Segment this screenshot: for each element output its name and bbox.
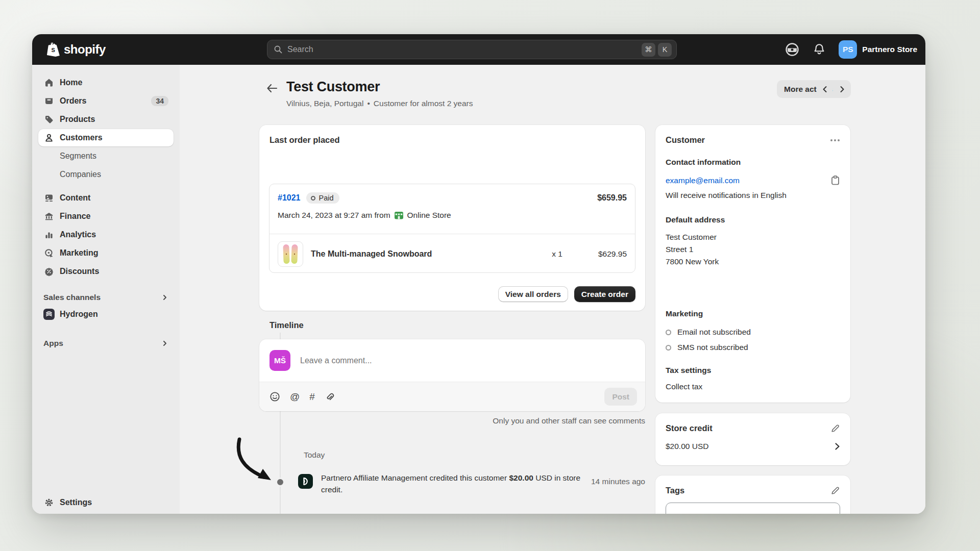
sidebar-item-customers[interactable]: Customers [38, 129, 174, 146]
back-button[interactable] [266, 83, 278, 94]
create-order-button[interactable]: Create order [574, 286, 635, 302]
sidebar-item-orders[interactable]: Orders 34 [38, 92, 174, 110]
global-search-input[interactable]: Search ⌘ K [267, 40, 677, 59]
sidebar-item-settings[interactable]: Settings [38, 494, 174, 511]
timeline-event-dot [276, 478, 285, 487]
view-all-orders-button[interactable]: View all orders [498, 286, 568, 302]
orders-icon [43, 96, 55, 106]
store-menu[interactable]: PS Partnero Store [839, 40, 917, 59]
notifications-bell-icon[interactable] [813, 43, 825, 56]
shopify-logo[interactable]: S shopify [32, 42, 106, 57]
timeline-event-text: Partnero Affiliate Management credited t… [321, 472, 589, 495]
customer-pagination [817, 80, 925, 98]
store-credit-amount: $20.00 USD [666, 442, 708, 451]
sidebar-item-segments[interactable]: Segments [38, 147, 174, 165]
status-label: SMS not subscribed [677, 343, 748, 352]
sidebar-item-products[interactable]: Products [38, 111, 174, 128]
tags-input[interactable] [666, 503, 840, 514]
chevron-right-icon [161, 294, 168, 301]
tags-card: Tags [655, 475, 850, 514]
sidebar-item-label: Segments [60, 152, 96, 161]
orders-count-badge: 34 [151, 96, 168, 106]
order-total: $659.95 [597, 193, 627, 203]
customer-email-link[interactable]: example@email.com [666, 176, 740, 185]
topbar-right-cluster: PS Partnero Store [785, 40, 925, 59]
comment-card: MŠ Leave a comment... @ # Post [259, 339, 645, 411]
user-avatar: MŠ [270, 350, 290, 371]
gear-icon [43, 497, 55, 508]
product-quantity: x 1 [552, 249, 562, 259]
store-credit-title: Store credit [666, 423, 713, 433]
sidebar-item-label: Discounts [60, 267, 99, 276]
sidebar-item-label: Settings [60, 498, 92, 507]
mention-icon[interactable]: @ [290, 391, 300, 403]
store-credit-card: Store credit $20.00 USD [655, 413, 850, 465]
sidebar-item-home[interactable]: Home [38, 74, 174, 91]
sidekick-face-icon[interactable] [785, 42, 800, 57]
comment-input[interactable]: Leave a comment... [300, 356, 635, 365]
store-name: Partnero Store [862, 45, 917, 54]
sidebar-item-label: Finance [60, 212, 90, 221]
online-store-icon [394, 210, 404, 220]
next-customer-button[interactable] [834, 80, 850, 98]
sidebar-item-hydrogen[interactable]: Hydrogen [38, 306, 174, 323]
chevron-right-icon [161, 340, 168, 347]
emoji-icon[interactable] [270, 391, 280, 402]
copy-clipboard-icon[interactable] [830, 175, 840, 186]
sidebar-item-label: Content [60, 193, 90, 203]
comment-toolbar: @ # Post [259, 382, 645, 411]
order-number-link[interactable]: #1021 [278, 193, 301, 203]
tax-settings-value: Collect tax [666, 382, 840, 391]
status-label: Email not subscribed [677, 328, 751, 337]
customer-card: Customer Contact information example@ema… [655, 125, 850, 403]
hashtag-icon[interactable]: # [309, 391, 315, 403]
bank-icon [43, 211, 55, 221]
sidebar-item-label: Customers [60, 133, 103, 142]
event-text-before: Partnero Affiliate Management credited t… [321, 473, 509, 482]
more-options-icon[interactable] [830, 139, 840, 142]
sidebar-item-label: Marketing [60, 248, 99, 258]
edit-pencil-icon[interactable] [830, 486, 840, 495]
sidebar-item-label: Hydrogen [60, 310, 98, 319]
sales-channels-header[interactable]: Sales channels [38, 289, 174, 306]
attachment-icon[interactable] [325, 392, 335, 402]
person-icon [43, 133, 55, 143]
contact-information-heading: Contact information [666, 158, 840, 167]
discount-icon [43, 266, 55, 277]
store-credit-row[interactable]: $20.00 USD [666, 442, 840, 451]
payment-status-label: Paid [319, 194, 334, 202]
comment-visibility-note: Only you and other staff can see comment… [259, 416, 645, 425]
order-summary-box: #1021 Paid $659.95 March 24, 2023 at 9:2… [269, 184, 635, 273]
previous-customer-button[interactable] [817, 80, 832, 98]
product-name: The Multi-managed Snowboard [311, 249, 432, 259]
address-line: 7800 New York [666, 256, 840, 268]
customer-tenure: Customer for almost 2 years [374, 99, 473, 108]
post-comment-button[interactable]: Post [604, 388, 637, 406]
media-icon [43, 193, 55, 203]
sidebar-item-marketing[interactable]: Marketing [38, 244, 174, 262]
sidebar-item-discounts[interactable]: Discounts [38, 263, 174, 280]
target-icon [43, 248, 55, 258]
edit-pencil-icon[interactable] [830, 423, 840, 433]
page-subtitle: Vilnius, Beja, Portugal • Customer for a… [286, 99, 473, 108]
sidebar-item-analytics[interactable]: Analytics [38, 226, 174, 243]
customer-card-title: Customer [666, 135, 705, 145]
sidebar-item-finance[interactable]: Finance [38, 208, 174, 225]
store-avatar: PS [839, 40, 857, 59]
payment-status-badge: Paid [306, 192, 339, 204]
tag-icon [43, 114, 55, 124]
home-icon [43, 78, 55, 88]
sidebar-item-content[interactable]: Content [38, 189, 174, 207]
apps-header[interactable]: Apps [38, 335, 174, 352]
kbd-k-key: K [658, 43, 672, 57]
product-price: $629.95 [598, 249, 627, 259]
sms-subscription-status: SMS not subscribed [666, 340, 840, 355]
order-line-item: The Multi-managed Snowboard x 1 $629.95 [278, 241, 627, 267]
product-thumbnail [278, 241, 303, 267]
order-channel: Online Store [407, 211, 451, 220]
svg-text:S: S [52, 47, 55, 53]
sidebar-item-companies[interactable]: Companies [38, 166, 174, 183]
topbar: S shopify Search ⌘ K [32, 34, 925, 65]
address-line: Test Customer [666, 231, 840, 243]
address-line: Street 1 [666, 243, 840, 256]
